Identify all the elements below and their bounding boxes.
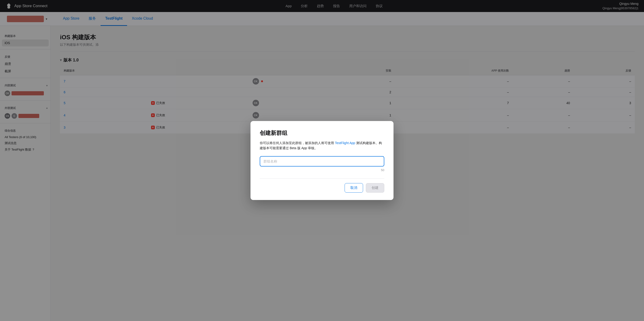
group-name-input[interactable] bbox=[264, 159, 380, 163]
modal-overlay: 创建新群组 你可以将任何人添加至此群组，被添加的人将可使用 TestFlight… bbox=[0, 0, 644, 321]
testflight-link[interactable]: TestFlight App bbox=[335, 141, 355, 145]
char-count: 50 bbox=[260, 168, 384, 172]
create-button[interactable]: 创建 bbox=[366, 183, 384, 193]
cancel-button[interactable]: 取消 bbox=[344, 183, 363, 193]
modal-actions: 取消 创建 bbox=[260, 183, 384, 193]
modal-divider bbox=[260, 178, 384, 179]
create-group-modal: 创建新群组 你可以将任何人添加至此群组，被添加的人将可使用 TestFlight… bbox=[250, 121, 394, 200]
modal-title: 创建新群组 bbox=[260, 129, 384, 137]
modal-description: 你可以将任何人添加至此群组，被添加的人将可使用 TestFlight App 测… bbox=[260, 140, 384, 151]
group-name-input-wrap bbox=[260, 156, 384, 167]
